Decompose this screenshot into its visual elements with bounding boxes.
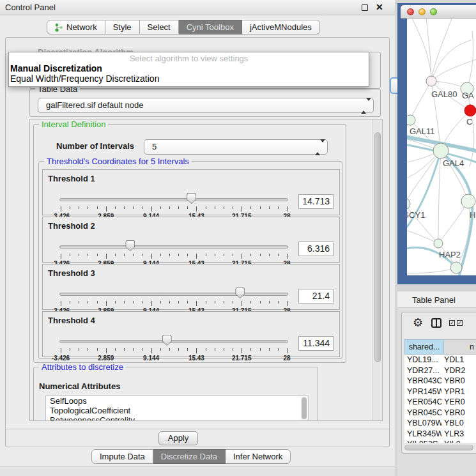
cell-name[interactable]: YLR3 [441,429,476,440]
tab-impute-data[interactable]: Impute Data [91,449,153,464]
attribute-item[interactable]: TopologicalCoefficient [46,406,308,415]
algorithm-option[interactable]: Manual Discretization [9,63,369,73]
tab-jactivemnodules[interactable]: jActiveMNodules [242,20,320,35]
table-row[interactable]: YIL052CYIL0 [404,439,476,443]
threshold-value-field[interactable]: 11.344 [298,336,334,351]
threshold-value-field[interactable]: 21.4 [298,289,334,303]
table-data-combobox[interactable]: galFiltered.sif default node [38,98,374,113]
table-row[interactable]: YBR043CYBR0 [404,376,476,387]
tab-style[interactable]: Style [105,20,140,35]
close-icon[interactable]: ✕ [376,2,383,12]
network-node[interactable] [461,194,475,208]
cell-name[interactable]: YBR0 [441,408,476,418]
table-hscrollbar-thumb[interactable] [404,445,473,450]
slider-track[interactable] [59,340,288,343]
settings-scroll-area: Interval Definition Number of Intervals … [29,119,383,421]
close-traffic-light[interactable] [407,8,414,15]
attribute-item[interactable]: SelfLoops [46,396,308,406]
attributes-scrollbar[interactable] [301,397,307,421]
tab-discretize-data[interactable]: Discretize Data [153,449,226,464]
slider-thumb[interactable] [125,240,135,251]
network-node[interactable] [407,198,410,210]
threshold-label: Threshold 4 [48,316,95,325]
tab-cyni-toolbox[interactable]: Cyni Toolbox [179,20,242,35]
slider-track[interactable] [59,293,288,296]
checkbox-icon[interactable]: ✓ [449,320,455,326]
control-panel-titlebar: Control Panel ✕ [0,0,395,15]
network-node[interactable] [464,105,476,116]
network-node-label: GCY1 [407,210,425,220]
cell-name[interactable]: YBL0 [441,418,476,429]
cell-name[interactable]: YBR0 [441,376,476,387]
split-columns-icon[interactable] [431,318,441,328]
table-row[interactable]: YPR145WYPR1 [404,387,476,397]
tab-label: Network [66,20,97,34]
network-node[interactable] [426,76,436,86]
threshold-value-field[interactable]: 14.713 [298,194,334,209]
column-header-name[interactable]: n [444,339,476,355]
settings-scrollbar-thumb[interactable] [374,132,381,362]
cell-shared-name[interactable]: YBR043C [404,376,441,387]
tab-network[interactable]: Network [47,20,105,35]
cell-shared-name[interactable]: YDR27... [404,365,441,376]
network-edge [431,40,471,81]
cell-name[interactable]: YDR2 [441,365,476,376]
network-node[interactable] [434,239,443,248]
network-node[interactable] [450,262,462,273]
table-hscrollbar[interactable] [403,444,476,452]
slider-thumb[interactable] [187,193,196,204]
network-edge [431,59,476,81]
algorithm-option[interactable]: Equal Width/Frequency Discretization [9,73,369,84]
cell-shared-name[interactable]: YLR345W [404,429,441,440]
cell-shared-name[interactable]: YIL052C [404,439,441,443]
network-node[interactable] [433,143,449,158]
tab-infer-network[interactable]: Infer Network [226,449,291,464]
cell-name[interactable]: YDL1 [441,355,476,365]
threshold-slider[interactable]: -3.4262.8599.14415.4321.71528 [59,192,288,215]
table-row[interactable]: YDR27...YDR2 [404,365,476,376]
checkbox-icon[interactable]: ✓ [457,320,463,326]
float-window-icon[interactable] [362,4,368,11]
cell-shared-name[interactable]: YBR045C [404,408,441,418]
cell-name[interactable]: YPR1 [441,387,476,397]
table-row[interactable]: YBR045CYBR0 [404,408,476,418]
settings-scrollbar[interactable] [372,119,382,421]
cell-name[interactable]: YIL0 [441,439,476,443]
threshold-slider[interactable]: -3.4262.8599.14415.4321.71528 [59,287,288,310]
slider-thumb[interactable] [235,288,245,298]
attribute-item[interactable]: BetweennessCentrality [46,415,308,421]
slider-track[interactable] [59,198,288,201]
minimize-traffic-light[interactable] [418,8,426,15]
zoom-traffic-light[interactable] [430,8,437,15]
tab-select[interactable]: Select [140,20,179,35]
threshold-slider[interactable]: -3.4262.8599.14415.4321.71528 [59,334,288,357]
table-row[interactable]: YDL19...YDL1 [404,355,476,365]
cell-shared-name[interactable]: YDL19... [404,355,441,365]
cell-shared-name[interactable]: YPR145W [404,387,441,397]
cell-name[interactable]: YER0 [441,397,476,408]
table-row[interactable]: YLR345WYLR3 [404,429,476,440]
column-header-shared-name[interactable]: shared... [404,339,444,355]
network-node-label: GAL11 [410,127,435,136]
number-of-intervals-combobox[interactable]: 5 [144,139,328,155]
cell-shared-name[interactable]: YER054C [404,397,441,408]
attributes-list[interactable]: SelfLoopsTopologicalCoefficientBetweenne… [45,395,309,421]
table-panel-title: Table Panel [412,295,456,305]
network-node[interactable] [407,115,415,125]
combo-arrows-icon [361,101,367,111]
table-row[interactable]: YBL079WYBL0 [404,418,476,429]
thresholds-group-title: Threshold's Coordinates for 5 Intervals [44,157,192,165]
network-canvas[interactable]: GAL80GACGAL11GAL4GCY1HHAP2 [407,19,476,275]
cell-shared-name[interactable]: YBL079W [404,418,441,429]
network-node-label: C [466,117,472,127]
network-window-titlebar[interactable] [401,5,476,19]
slider-thumb[interactable] [162,335,172,346]
slider-track[interactable] [59,245,288,249]
tab-label: Select [148,20,171,34]
threshold-value-field[interactable]: 6.316 [298,242,334,256]
threshold-slider[interactable]: -3.4262.8599.14415.4321.71528 [59,240,288,263]
apply-button[interactable]: Apply [158,431,198,445]
tab-label: Discretize Data [161,450,217,463]
gear-icon[interactable]: ⚙ [413,315,423,330]
table-row[interactable]: YER054CYER0 [404,397,476,408]
